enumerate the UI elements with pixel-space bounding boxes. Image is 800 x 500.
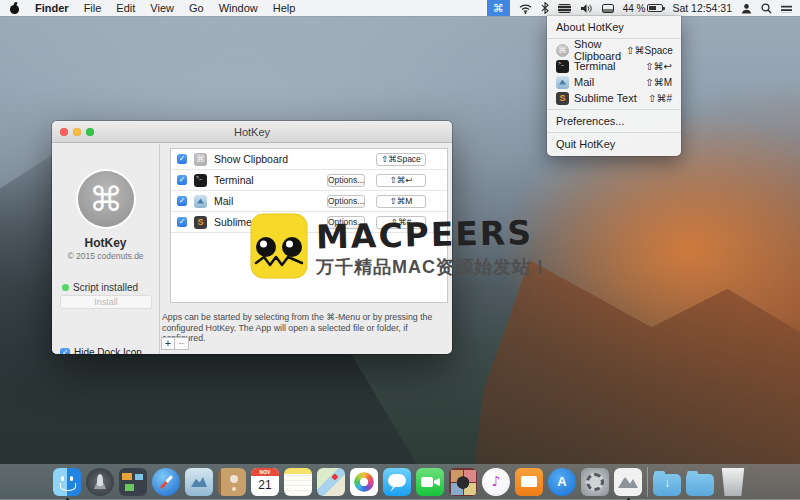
add-button[interactable]: +: [161, 337, 175, 350]
terminal-icon: >_: [194, 174, 207, 187]
bluetooth-icon[interactable]: [541, 0, 549, 16]
close-button[interactable]: [60, 128, 68, 136]
menu-item-label: Mail: [574, 76, 640, 88]
menu-file[interactable]: File: [84, 0, 102, 16]
display-icon[interactable]: [602, 0, 614, 16]
dock-separator: [647, 467, 648, 497]
menu-bar-clock[interactable]: Sat 12:54:31: [672, 0, 732, 16]
mail-icon: [556, 76, 569, 89]
dock-item-documents-folder[interactable]: [686, 474, 714, 496]
menu-item-label: Terminal: [574, 60, 640, 72]
script-status: Script installed: [62, 282, 138, 293]
menu-separator: [547, 132, 681, 133]
dock-item-notes[interactable]: [284, 468, 312, 496]
user-icon[interactable]: [741, 0, 752, 16]
spotlight-icon[interactable]: [761, 0, 772, 16]
dock-item-launchpad[interactable]: [86, 468, 114, 496]
dock-item-mail[interactable]: [185, 468, 213, 496]
menu-edit[interactable]: Edit: [116, 0, 135, 16]
menu-item-label: Sublime Text: [574, 92, 643, 104]
menu-item-terminal[interactable]: >_ Terminal ⇧⌘↩: [547, 58, 681, 74]
shortcut-button[interactable]: ⇧⌘↩: [376, 174, 426, 187]
app-menu-finder[interactable]: Finder: [35, 0, 69, 16]
shortcut-button[interactable]: ⇧⌘Space: [376, 153, 426, 166]
dock-item-maps[interactable]: [317, 468, 345, 496]
menu-separator: [547, 109, 681, 110]
remove-button[interactable]: −: [175, 337, 189, 350]
hotkey-dropdown-menu: About HotKey ⌘ Show Clipboard ⇧⌘Space >_…: [547, 16, 681, 156]
hotkey-status-icon[interactable]: ⌘: [487, 0, 510, 16]
window-titlebar[interactable]: HotKey: [52, 121, 452, 143]
battery-icon: [647, 4, 663, 12]
calendar-month-label: NOV: [251, 468, 279, 476]
hotkey-row-mail[interactable]: ✓ Mail Options... ⇧⌘M: [171, 191, 447, 212]
menu-item-preferences[interactable]: Preferences...: [547, 113, 681, 129]
menu-item-label: About HotKey: [556, 21, 672, 33]
command-circle-icon: ⌘: [556, 44, 569, 57]
dock-item-safari[interactable]: [152, 468, 180, 496]
dock: NOV21♪A: [0, 464, 800, 500]
checkbox-icon[interactable]: ✓: [177, 175, 187, 185]
menu-bar-status: ⌘ 44 % Sat 12:54:31: [487, 0, 800, 16]
dock-item-calendar[interactable]: NOV21: [251, 468, 279, 496]
command-icon: ⌘: [493, 2, 504, 15]
dock-item-trash[interactable]: [719, 468, 747, 496]
install-button[interactable]: Install: [60, 295, 152, 309]
command-circle-icon: ⌘: [194, 153, 207, 166]
wifi-icon[interactable]: [519, 0, 532, 16]
dock-item-unknown-app[interactable]: [614, 468, 642, 496]
dock-item-app-store[interactable]: A: [548, 468, 576, 496]
menu-help[interactable]: Help: [273, 0, 296, 16]
menu-item-shortcut: ⇧⌘↩: [645, 61, 672, 72]
dock-item-facetime[interactable]: [416, 468, 444, 496]
status-dot-icon: [62, 284, 69, 291]
dock-item-ibooks[interactable]: [515, 468, 543, 496]
menu-item-mail[interactable]: Mail ⇧⌘M: [547, 74, 681, 90]
watermark-title: MACPEERS: [316, 213, 551, 257]
dock-item-photo-booth[interactable]: [449, 468, 477, 496]
hotkey-row-terminal[interactable]: ✓ >_ Terminal Options... ⇧⌘↩: [171, 170, 447, 191]
terminal-icon: >_: [556, 60, 569, 73]
battery-status[interactable]: 44 %: [623, 0, 664, 16]
checkbox-icon[interactable]: ✓: [177, 196, 187, 206]
minimize-button[interactable]: [73, 128, 81, 136]
dock-item-photos[interactable]: [350, 468, 378, 496]
battery-percent-label: 44 %: [623, 3, 646, 14]
menu-item-quit-hotkey[interactable]: Quit HotKey: [547, 136, 681, 152]
dock-item-system-preferences[interactable]: [581, 468, 609, 496]
shortcut-button[interactable]: ⇧⌘M: [376, 195, 426, 208]
apple-menu-icon[interactable]: [10, 3, 20, 14]
checkbox-icon[interactable]: ✓: [177, 154, 187, 164]
menu-item-about-hotkey[interactable]: About HotKey: [547, 19, 681, 35]
hotkey-app-icon: ⌘: [78, 171, 134, 227]
dock-item-contacts[interactable]: [218, 468, 246, 496]
menu-view[interactable]: View: [150, 0, 174, 16]
sidebar-copyright: © 2015 codenuts.de: [52, 251, 159, 261]
zoom-button[interactable]: [86, 128, 94, 136]
hide-dock-icon-checkbox[interactable]: ✓ Hide Dock Icon: [60, 347, 142, 354]
menu-item-sublime-text[interactable]: S Sublime Text ⇧⌘#: [547, 90, 681, 106]
checkbox-icon[interactable]: ✓: [177, 217, 187, 227]
checkbox-icon[interactable]: ✓: [60, 348, 70, 355]
row-label: Show Clipboard: [214, 153, 288, 165]
hotkey-row-show-clipboard[interactable]: ✓ ⌘ Show Clipboard ⇧⌘Space: [171, 149, 447, 170]
menu-item-label: Quit HotKey: [556, 138, 672, 150]
dock-item-itunes[interactable]: ♪: [482, 468, 510, 496]
checkbox-label: Hide Dock Icon: [74, 347, 142, 354]
dock-item-finder[interactable]: [53, 468, 81, 496]
dock-item-downloads-folder[interactable]: [653, 474, 681, 496]
menu-bar-left: Finder File Edit View Go Window Help: [0, 0, 295, 16]
add-remove-group: + −: [161, 337, 189, 350]
notification-center-icon[interactable]: [781, 0, 792, 16]
options-button[interactable]: Options...: [327, 174, 365, 187]
options-button[interactable]: Options...: [327, 195, 365, 208]
menu-go[interactable]: Go: [189, 0, 204, 16]
keyboard-viewer-icon[interactable]: [558, 0, 571, 16]
dock-item-mission-control[interactable]: [119, 468, 147, 496]
menu-window[interactable]: Window: [219, 0, 258, 16]
sidebar-app-name: HotKey: [52, 236, 159, 250]
menu-item-label: Preferences...: [556, 115, 672, 127]
menu-item-show-clipboard[interactable]: ⌘ Show Clipboard ⇧⌘Space: [547, 42, 681, 58]
volume-icon[interactable]: [580, 0, 593, 16]
dock-item-messages[interactable]: [383, 468, 411, 496]
